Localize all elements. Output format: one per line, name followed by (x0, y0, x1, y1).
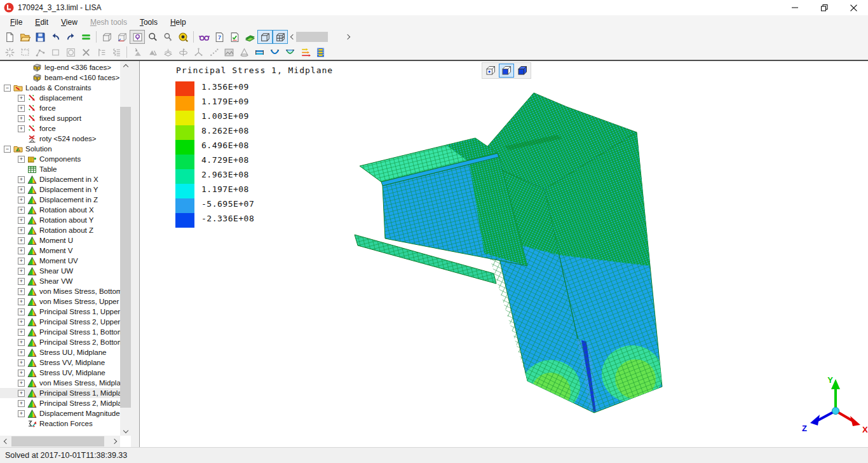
open-file-button[interactable] (17, 30, 32, 44)
restore-button[interactable] (810, 0, 839, 15)
eraser-button[interactable] (242, 30, 257, 44)
expand-toggle[interactable]: + (18, 329, 25, 336)
branch-tool-button[interactable] (191, 45, 206, 59)
tree-item-displacement-magnitude[interactable]: +Displacement Magnitude (0, 408, 120, 418)
list-a-button[interactable] (93, 45, 109, 59)
load-arrows-button[interactable] (297, 45, 313, 59)
polyline-tool-button[interactable] (32, 45, 48, 59)
tree-item-displacement-in-z[interactable]: +Displacement in Z (0, 195, 120, 205)
scroll-right-button[interactable] (109, 436, 119, 447)
box-select-button[interactable] (17, 45, 32, 59)
tree-item-displacement-in-y[interactable]: +Displacement in Y (0, 184, 120, 195)
show-wireframe-button[interactable] (257, 30, 273, 44)
node-dots-button[interactable] (206, 45, 221, 59)
check-page-button[interactable] (227, 30, 242, 44)
expand-toggle[interactable]: + (18, 359, 25, 366)
tree-item-reaction-forces[interactable]: Reaction Forces (0, 418, 120, 429)
panel-splitter[interactable] (131, 61, 140, 447)
tree-item-rotation-about-x[interactable]: +Rotation about X (0, 205, 120, 215)
menu-tools[interactable]: Tools (133, 15, 164, 29)
tree-item-rotation-about-y[interactable]: +Rotation about Y (0, 215, 120, 225)
tree-item-principal-stress-1-midplane[interactable]: +Principal Stress 1, Midplane (0, 388, 120, 398)
zoom-selection-button[interactable] (160, 30, 175, 44)
menu-help[interactable]: Help (164, 15, 193, 29)
expand-toggle[interactable]: + (18, 258, 25, 265)
sphere-tool-button[interactable] (63, 45, 78, 59)
tree-item-shear-vw[interactable]: +Shear VW (0, 276, 120, 286)
scroll-up-button[interactable] (120, 61, 131, 72)
show-mesh-button[interactable] (273, 30, 288, 44)
expand-toggle[interactable]: + (18, 278, 25, 285)
report-page-button[interactable]: 7 (212, 30, 227, 44)
tree-item-stress-uv-midplane[interactable]: +Stress UV, Midplane (0, 368, 120, 378)
refine-tool-button[interactable] (2, 45, 17, 59)
tree-item-leg-end-336-faces[interactable]: leg-end <336 faces> (0, 62, 120, 73)
tree-item-solution[interactable]: −Solution (0, 144, 120, 154)
tree-item-principal-stress-1-upper-surf[interactable]: +Principal Stress 1, Upper Surf (0, 307, 120, 317)
model-viewport[interactable]: Principal Stress 1, Midplane 1.356E+091.… (140, 61, 868, 447)
tri-normal-button[interactable] (130, 45, 145, 59)
tree-item-principal-stress-2-bottom-su[interactable]: +Principal Stress 2, Bottom Su (0, 337, 120, 347)
tree-item-beam-end-160-faces[interactable]: beam-end <160 faces> (0, 73, 120, 83)
expand-toggle[interactable]: + (18, 197, 25, 204)
animation-button[interactable] (313, 45, 328, 59)
tree-item-components[interactable]: +Components (0, 154, 120, 164)
expand-toggle[interactable]: + (18, 115, 25, 122)
zoom-extents-button[interactable] (175, 30, 191, 44)
expand-toggle[interactable]: + (18, 380, 25, 387)
menu-mesh-tools[interactable]: Mesh tools (84, 15, 133, 29)
new-file-button[interactable] (2, 30, 17, 44)
toolbar-scroll-left-icon[interactable] (290, 34, 295, 39)
collapse-toggle[interactable]: − (4, 146, 11, 153)
expand-toggle[interactable]: + (18, 125, 25, 132)
revolve-tool-button[interactable] (175, 45, 191, 59)
deformed-curve-button[interactable] (267, 45, 282, 59)
list-b-button[interactable] (109, 45, 124, 59)
tree-item-stress-vv-midplane[interactable]: +Stress VV, Midplane (0, 357, 120, 368)
expand-toggle[interactable]: + (18, 247, 25, 254)
expand-toggle[interactable]: + (18, 237, 25, 244)
tree-item-force[interactable]: +force (0, 103, 120, 113)
tree-item-principal-stress-2-midplane[interactable]: +Principal Stress 2, Midplane (0, 398, 120, 408)
close-button[interactable] (839, 0, 868, 15)
quick-menu-button[interactable] (78, 30, 93, 44)
tree-item-rotation-about-z[interactable]: +Rotation about Z (0, 225, 120, 235)
tree-item-roty-524-nodes[interactable]: roty <524 nodes> (0, 134, 120, 144)
horizontal-scroll-thumb[interactable] (11, 436, 104, 446)
rect-tool-button[interactable] (48, 45, 63, 59)
tree-item-force[interactable]: +force (0, 123, 120, 134)
spectacles-button[interactable] (196, 30, 212, 44)
vertical-scroll-thumb[interactable] (120, 107, 131, 408)
view-surface-cube-button[interactable] (499, 64, 514, 78)
tree-item-moment-uv[interactable]: +Moment UV (0, 256, 120, 266)
tree-item-displacement[interactable]: +displacement (0, 93, 120, 103)
cube-axes-button[interactable] (114, 30, 130, 44)
expand-toggle[interactable]: + (18, 400, 25, 407)
cone-tool-button[interactable] (236, 45, 252, 59)
save-file-button[interactable] (32, 30, 48, 44)
tree-item-von-mises-stress-bottom-sur[interactable]: +von Mises Stress, Bottom Sur (0, 286, 120, 296)
tree-item-displacement-in-x[interactable]: +Displacement in X (0, 174, 120, 184)
tree-item-table[interactable]: Table (0, 164, 120, 174)
expand-toggle[interactable]: + (18, 268, 25, 275)
view-solid-cube-button[interactable] (515, 64, 530, 78)
extrude-tool-button[interactable] (160, 45, 175, 59)
image-tool-button[interactable] (221, 45, 236, 59)
minimize-button[interactable] (780, 0, 810, 15)
expand-toggle[interactable]: + (18, 186, 25, 193)
expand-toggle[interactable]: + (18, 95, 25, 102)
expand-toggle[interactable]: + (18, 156, 25, 163)
view-nodes-cube-button[interactable] (483, 64, 498, 78)
expand-toggle[interactable]: + (18, 410, 25, 417)
tree-horizontal-scrollbar[interactable] (0, 436, 120, 447)
tree-item-loads-constraints[interactable]: −Loads & Constraints (0, 83, 120, 93)
tree-item-stress-uu-midplane[interactable]: +Stress UU, Midplane (0, 347, 120, 357)
expand-toggle[interactable]: + (18, 339, 25, 346)
toolbar-scrollbar[interactable] (291, 31, 349, 43)
tree-item-moment-v[interactable]: +Moment V (0, 245, 120, 256)
zoom-button[interactable] (145, 30, 160, 44)
undo-button[interactable] (48, 30, 63, 44)
scroll-down-button[interactable] (120, 425, 131, 436)
menu-edit[interactable]: Edit (29, 15, 55, 29)
expand-toggle[interactable]: + (18, 319, 25, 326)
